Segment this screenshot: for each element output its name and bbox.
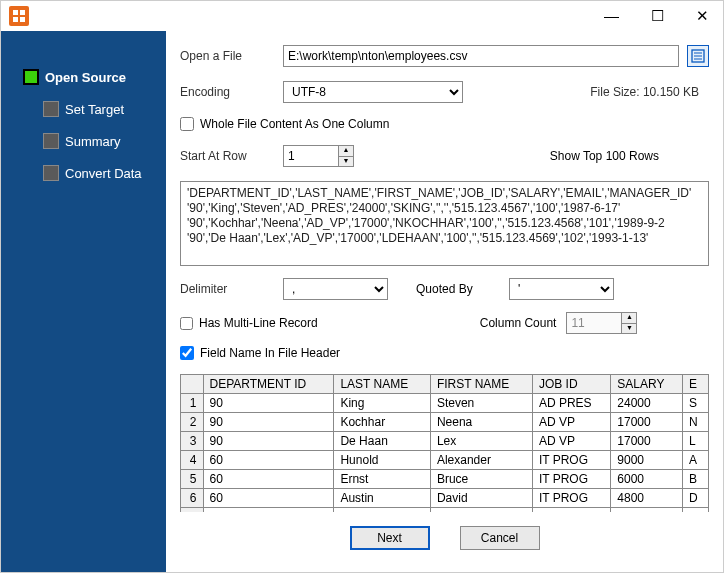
column-header[interactable]: LAST NAME (334, 375, 430, 394)
row-number-header (181, 375, 203, 394)
quoted-by-label: Quoted By (416, 282, 501, 296)
table-cell[interactable]: Bruce (430, 470, 532, 489)
column-count-input[interactable] (566, 312, 621, 334)
table-cell[interactable]: D (683, 489, 709, 508)
table-cell[interactable]: 90 (203, 413, 334, 432)
table-cell[interactable]: AD VP (532, 413, 610, 432)
column-header[interactable]: SALARY (611, 375, 683, 394)
close-button[interactable]: ✕ (690, 7, 715, 25)
spinner-down-icon[interactable]: ▼ (621, 323, 637, 334)
table-cell[interactable]: V (683, 508, 709, 513)
table-cell[interactable]: King (334, 394, 430, 413)
start-row-spinner[interactable]: ▲▼ (283, 145, 358, 167)
sidebar-item-set-target[interactable]: Set Target (35, 93, 166, 125)
file-preview-textarea[interactable]: 'DEPARTMENT_ID','LAST_NAME','FIRST_NAME'… (180, 181, 709, 266)
table-row[interactable]: 190KingStevenAD PRES24000S (181, 394, 709, 413)
table-cell[interactable]: Steven (430, 394, 532, 413)
table-cell[interactable]: IT PROG (532, 470, 610, 489)
maximize-button[interactable]: ☐ (645, 7, 670, 25)
table-cell[interactable]: AD VP (532, 432, 610, 451)
table-cell[interactable]: 4800 (611, 489, 683, 508)
table-cell[interactable]: Pataballa (334, 508, 430, 513)
quoted-by-select[interactable]: ' (509, 278, 614, 300)
table-cell[interactable]: Lex (430, 432, 532, 451)
encoding-select[interactable]: UTF-8 (283, 81, 463, 103)
sidebar-item-label: Summary (65, 134, 121, 149)
table-cell[interactable]: Austin (334, 489, 430, 508)
data-table-container[interactable]: DEPARTMENT IDLAST NAMEFIRST NAMEJOB IDSA… (180, 374, 709, 512)
spinner-up-icon[interactable]: ▲ (338, 145, 354, 156)
spinner-up-icon[interactable]: ▲ (621, 312, 637, 323)
table-cell[interactable]: 60 (203, 489, 334, 508)
table-cell[interactable]: 24000 (611, 394, 683, 413)
svg-rect-0 (13, 10, 18, 15)
table-cell[interactable]: 60 (203, 508, 334, 513)
table-cell[interactable]: 90 (203, 394, 334, 413)
spinner-down-icon[interactable]: ▼ (338, 156, 354, 167)
table-cell[interactable]: 9000 (611, 451, 683, 470)
table-cell[interactable]: L (683, 432, 709, 451)
table-cell[interactable]: 4800 (611, 508, 683, 513)
table-row[interactable]: 760PataballaValliIT PROG4800V (181, 508, 709, 513)
step-indicator-active-icon (23, 69, 39, 85)
table-cell[interactable]: 60 (203, 470, 334, 489)
table-row[interactable]: 660AustinDavidIT PROG4800D (181, 489, 709, 508)
column-count-label: Column Count (480, 316, 557, 330)
whole-file-checkbox[interactable] (180, 117, 194, 131)
table-cell[interactable]: 17000 (611, 432, 683, 451)
delimiter-select[interactable]: , (283, 278, 388, 300)
preview-line: '90','De Haan','Lex','AD_VP','17000','LD… (187, 231, 702, 246)
show-top-label: Show Top 100 Rows (550, 149, 709, 163)
sidebar-item-open-source[interactable]: Open Source (15, 61, 166, 93)
table-cell[interactable]: B (683, 470, 709, 489)
multiline-checkbox[interactable] (180, 317, 193, 330)
row-number-cell: 4 (181, 451, 203, 470)
column-header[interactable]: JOB ID (532, 375, 610, 394)
table-cell[interactable]: 90 (203, 432, 334, 451)
preview-line: '90','Kochhar','Neena','AD_VP','17000','… (187, 216, 702, 231)
table-row[interactable]: 560ErnstBruceIT PROG6000B (181, 470, 709, 489)
table-cell[interactable]: 60 (203, 451, 334, 470)
step-indicator-icon (43, 133, 59, 149)
table-row[interactable]: 290KochharNeenaAD VP17000N (181, 413, 709, 432)
titlebar[interactable]: — ☐ ✕ (1, 1, 723, 31)
table-cell[interactable]: De Haan (334, 432, 430, 451)
sidebar-item-label: Set Target (65, 102, 124, 117)
table-cell[interactable]: 6000 (611, 470, 683, 489)
minimize-button[interactable]: — (598, 7, 625, 25)
svg-rect-2 (13, 17, 18, 22)
start-row-input[interactable] (283, 145, 338, 167)
table-cell[interactable]: Ernst (334, 470, 430, 489)
column-count-spinner[interactable]: ▲▼ (566, 312, 637, 334)
column-header[interactable]: E (683, 375, 709, 394)
open-file-label: Open a File (180, 49, 275, 63)
sidebar-item-summary[interactable]: Summary (35, 125, 166, 157)
svg-rect-3 (20, 17, 25, 22)
table-cell[interactable]: Neena (430, 413, 532, 432)
table-cell[interactable]: Valli (430, 508, 532, 513)
cancel-button[interactable]: Cancel (460, 526, 540, 550)
row-number-cell: 7 (181, 508, 203, 513)
open-file-input[interactable] (283, 45, 679, 67)
table-cell[interactable]: N (683, 413, 709, 432)
table-cell[interactable]: Hunold (334, 451, 430, 470)
table-cell[interactable]: 17000 (611, 413, 683, 432)
table-cell[interactable]: AD PRES (532, 394, 610, 413)
table-cell[interactable]: Alexander (430, 451, 532, 470)
row-number-cell: 2 (181, 413, 203, 432)
table-cell[interactable]: Kochhar (334, 413, 430, 432)
sidebar-item-convert-data[interactable]: Convert Data (35, 157, 166, 189)
table-cell[interactable]: IT PROG (532, 508, 610, 513)
table-row[interactable]: 390De HaanLexAD VP17000L (181, 432, 709, 451)
table-cell[interactable]: S (683, 394, 709, 413)
field-header-checkbox[interactable] (180, 346, 194, 360)
table-cell[interactable]: David (430, 489, 532, 508)
browse-file-button[interactable] (687, 45, 709, 67)
table-cell[interactable]: IT PROG (532, 451, 610, 470)
next-button[interactable]: Next (350, 526, 430, 550)
column-header[interactable]: DEPARTMENT ID (203, 375, 334, 394)
column-header[interactable]: FIRST NAME (430, 375, 532, 394)
table-cell[interactable]: A (683, 451, 709, 470)
table-cell[interactable]: IT PROG (532, 489, 610, 508)
table-row[interactable]: 460HunoldAlexanderIT PROG9000A (181, 451, 709, 470)
